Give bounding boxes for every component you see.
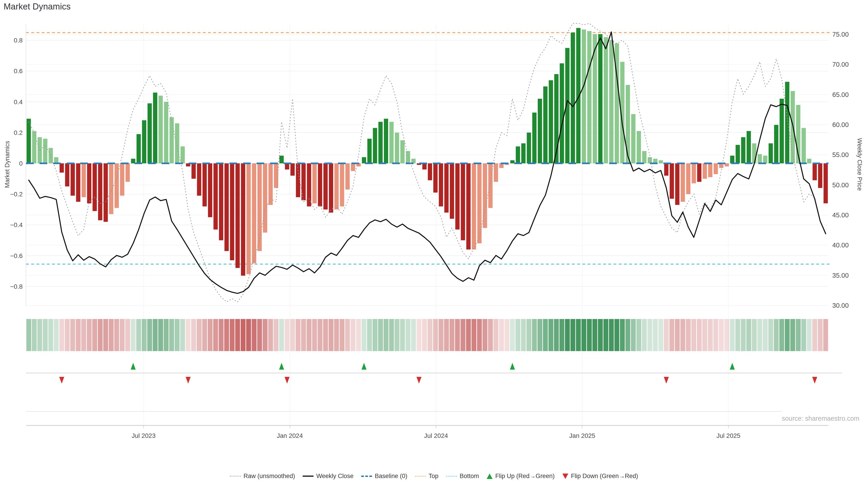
osc-bar xyxy=(285,163,289,169)
heatmap-cell xyxy=(191,319,196,351)
heatmap-cell xyxy=(504,319,509,351)
osc-bar xyxy=(708,163,712,177)
osc-bar xyxy=(807,159,811,163)
osc-bar xyxy=(362,157,366,163)
osc-bar xyxy=(279,156,284,163)
legend-item-raw[interactable]: Raw (unsmoothed) xyxy=(230,473,295,480)
heatmap-cell xyxy=(598,319,602,351)
flip-up-marker xyxy=(131,363,135,369)
osc-bar xyxy=(582,30,586,163)
osc-bar xyxy=(516,147,520,163)
osc-bar xyxy=(345,163,350,190)
osc-bar xyxy=(549,80,553,163)
heatmap-cell xyxy=(823,319,828,351)
heatmap-cell xyxy=(636,319,641,351)
heatmap-cell xyxy=(669,319,674,351)
heatmap-cell xyxy=(81,319,86,351)
heatmap-cell xyxy=(340,319,344,351)
osc-bar xyxy=(334,163,339,209)
heatmap-cell xyxy=(818,319,823,351)
heatmap-cell xyxy=(471,319,476,351)
osc-bar xyxy=(378,122,383,163)
flip-down-triangle-icon xyxy=(562,474,568,479)
osc-bar xyxy=(103,163,108,222)
heatmap-cell xyxy=(285,319,289,351)
heatmap-cell xyxy=(389,319,394,351)
heatmap-cell xyxy=(131,319,135,351)
osc-bar xyxy=(263,163,267,232)
osc-bar xyxy=(598,34,602,163)
x-tick-label: Jan 2024 xyxy=(277,432,303,439)
flip-down-marker xyxy=(812,377,817,384)
osc-bar xyxy=(158,96,163,163)
heatmap-cell xyxy=(318,319,322,351)
heatmap-cell xyxy=(268,319,273,351)
osc-bar xyxy=(428,163,432,180)
osc-bar xyxy=(444,163,449,213)
heatmap-cell xyxy=(158,319,163,351)
heatmap-cell xyxy=(548,319,553,351)
osc-bar xyxy=(351,163,355,171)
heatmap-cell xyxy=(444,319,449,351)
osc-bar xyxy=(60,163,64,173)
osc-bar xyxy=(169,117,174,163)
flip-up-marker xyxy=(279,363,284,369)
osc-bar xyxy=(752,143,756,163)
osc-bar xyxy=(203,163,207,206)
osc-bar xyxy=(626,85,630,163)
legend-item-bottom[interactable]: Bottom xyxy=(446,473,479,480)
heatmap-cell xyxy=(208,319,213,351)
osc-bar xyxy=(571,33,575,163)
heatmap-cell xyxy=(647,319,652,351)
osc-bar xyxy=(82,163,86,197)
heatmap-cell xyxy=(488,319,493,351)
osc-bar xyxy=(213,163,218,230)
heatmap-cell xyxy=(26,319,31,351)
heatmap-cell xyxy=(362,319,366,351)
heatmap-cell xyxy=(620,319,625,351)
left-tick-label: −0.6 xyxy=(10,252,23,259)
legend-item-top[interactable]: Top xyxy=(415,473,438,480)
osc-bar xyxy=(230,163,234,260)
heatmap-cell xyxy=(735,319,740,351)
legend-item-baseline[interactable]: Baseline (0) xyxy=(361,473,407,480)
heatmap-cell xyxy=(263,319,268,351)
left-tick-label: 0.4 xyxy=(14,98,23,105)
osc-bar xyxy=(587,31,592,163)
osc-bar xyxy=(87,163,91,203)
osc-bar xyxy=(488,163,493,208)
osc-bar xyxy=(576,28,581,163)
heatmap-cell xyxy=(724,319,729,351)
legend-item-close[interactable]: Weekly Close xyxy=(303,473,353,480)
heatmap-cell xyxy=(807,319,811,351)
x-tick-label: Jan 2025 xyxy=(569,432,595,439)
heatmap-cell xyxy=(70,319,75,351)
heatmap-cell xyxy=(691,319,696,351)
osc-bar xyxy=(125,163,130,182)
heatmap-cell xyxy=(103,319,108,351)
legend-item-flip_up[interactable]: Flip Up (Red→Green) xyxy=(487,473,555,480)
flip-down-marker xyxy=(186,377,191,384)
heatmap-cell xyxy=(510,319,515,351)
osc-bar xyxy=(54,157,58,163)
heatmap-cell xyxy=(114,319,119,351)
osc-bar xyxy=(659,160,663,163)
right-tick-label: 30.00 xyxy=(832,302,849,309)
osc-bar xyxy=(730,156,735,163)
heatmap-cell xyxy=(460,319,465,351)
heatmap-cell xyxy=(76,319,81,351)
heatmap-cell xyxy=(521,319,526,351)
osc-bar xyxy=(631,114,636,163)
osc-bar xyxy=(236,163,240,268)
heatmap-cell xyxy=(301,319,306,351)
osc-bar xyxy=(494,163,498,182)
osc-bar xyxy=(664,163,669,175)
osc-bar xyxy=(301,163,306,200)
heatmap-cell xyxy=(367,319,372,351)
heatmap-cell xyxy=(87,319,92,351)
left-tick-label: 0.2 xyxy=(14,129,23,136)
heatmap-cell xyxy=(774,319,778,351)
right-tick-label: 45.00 xyxy=(832,212,849,219)
heatmap-cell xyxy=(603,319,608,351)
legend-item-flip_down[interactable]: Flip Down (Green→Red) xyxy=(562,473,638,480)
